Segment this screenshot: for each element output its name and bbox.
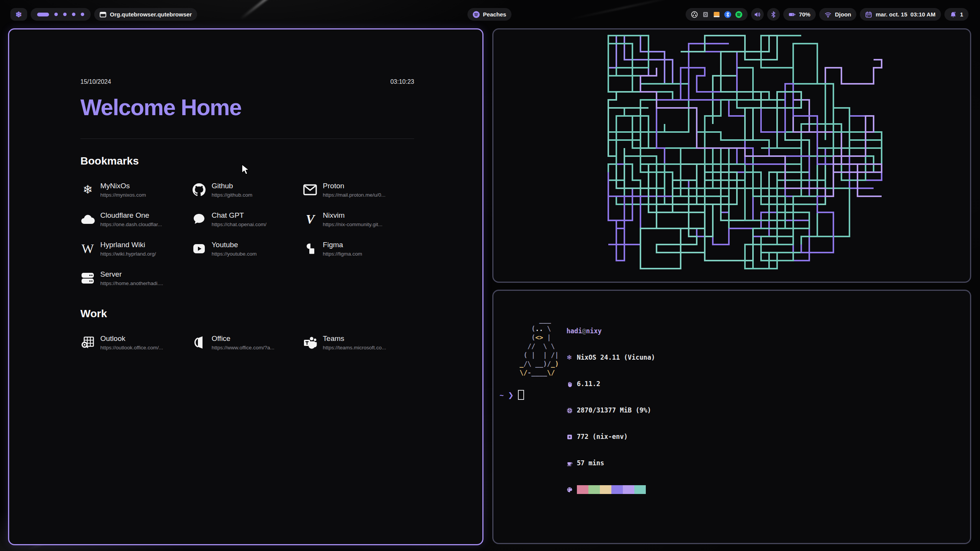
pipe-line — [745, 228, 833, 269]
cloud-icon — [80, 212, 95, 227]
bookmark-title: Cloudflare One — [100, 211, 162, 220]
fastfetch-output: ___ (.. \ (<> | // \ \ ( | | /| _/\ __)/… — [516, 309, 655, 512]
fastfetch-memory-row: 2870/31377 MiB (9%) — [567, 406, 655, 415]
bookmark-youtube[interactable]: Youtube https://youtube.com — [192, 241, 303, 257]
wifi-ssid: Djoon — [835, 11, 851, 18]
bookmark-title: Youtube — [212, 241, 257, 249]
bookmark-server[interactable]: Server https://home.anotherhadi.... — [80, 270, 192, 286]
top-bar-right: 70% Djoon mar. oct. 15 03:10 AM — [686, 8, 969, 21]
pipes-screensaver — [493, 29, 970, 282]
window-tray-icon[interactable] — [702, 11, 709, 18]
network-pill[interactable]: Djoon — [819, 8, 857, 21]
fastfetch-user-host: hadi@nixy — [567, 327, 655, 336]
notifications-pill[interactable]: 1 — [944, 8, 969, 21]
bell-icon — [950, 11, 957, 18]
clock-text: mar. oct. 15 03:10 AM — [875, 11, 935, 18]
github-icon — [192, 183, 206, 197]
system-tray — [686, 8, 748, 21]
bookmark-title: Outlook — [100, 334, 163, 343]
envelope-icon — [303, 183, 317, 197]
workspace-dot[interactable] — [63, 13, 67, 16]
pipe-line — [681, 36, 801, 140]
media-player-pill[interactable]: Peaches — [467, 8, 512, 21]
top-bar: ❄ Org.qutebrowser.qutebrowser Peaches — [10, 8, 969, 21]
palette-swatch — [623, 485, 634, 494]
bluetooth-button[interactable] — [767, 8, 780, 21]
battery-pill[interactable]: 70% — [783, 8, 816, 21]
uptime-cup-icon — [567, 460, 577, 466]
active-window-title-pill[interactable]: Org.qutebrowser.qutebrowser — [94, 8, 197, 21]
bookmark-title: Server — [100, 270, 163, 279]
palette-swatch — [588, 485, 600, 494]
workspace-active-indicator[interactable] — [37, 13, 49, 16]
divider — [80, 139, 414, 139]
terminal-pipes-window — [492, 28, 971, 283]
bookmark-url: https://youtube.com — [212, 251, 257, 257]
v-letter-icon: V — [303, 212, 317, 227]
kernel-hand-icon — [567, 381, 577, 387]
terminal-color-palette — [577, 485, 646, 494]
pipe-line — [648, 164, 737, 236]
bookmark-proton[interactable]: Proton https://mail.proton.me/u/0... — [303, 182, 414, 198]
section-heading-work: Work — [80, 308, 414, 320]
figma-icon — [303, 241, 317, 256]
page-title: Welcome Home — [80, 95, 414, 121]
spotify-tray-icon[interactable] — [735, 11, 742, 18]
teams-icon — [303, 335, 317, 350]
package-box-icon — [567, 434, 577, 440]
bookmark-url: https://teams.microsoft.co... — [323, 345, 386, 350]
notification-count: 1 — [960, 11, 963, 18]
bookmark-title: MyNixOs — [100, 182, 146, 190]
palette-swatch — [611, 485, 623, 494]
fastfetch-uptime-row: 57 mins — [567, 459, 655, 468]
prompt-chevron-icon: ❯ — [508, 391, 514, 399]
media-track-title: Peaches — [483, 11, 506, 18]
bookmark-outlook[interactable]: Outlook https://outlook.office.com/... — [80, 334, 192, 350]
bookmark-hyprland-wiki[interactable]: W Hyprland Wiki https://wiki.hyprland.or… — [80, 241, 192, 257]
palette-swatch — [634, 485, 646, 494]
bookmark-title: Teams — [323, 334, 386, 343]
bookmark-url: https://home.anotherhadi.... — [100, 280, 163, 286]
shell-prompt[interactable]: ~ ❯ — [500, 390, 524, 400]
window-icon — [100, 11, 106, 18]
office-icon — [192, 335, 206, 350]
bookmark-figma[interactable]: Figma https://figma.com — [303, 241, 414, 257]
wikipedia-w-icon: W — [80, 241, 95, 256]
fastfetch-kernel-row: 6.11.2 — [567, 380, 655, 388]
bookmark-url: https://one.dash.cloudflar... — [100, 222, 162, 227]
bookmark-mynixos[interactable]: ❄ MyNixOs https://mynixos.com — [80, 182, 192, 198]
files-icon[interactable] — [713, 11, 720, 18]
fastfetch-info: hadi@nixy ❄ NixOS 24.11 (Vicuna) 6.11.2 — [567, 309, 655, 512]
clock-pill[interactable]: mar. oct. 15 03:10 AM — [860, 8, 941, 21]
volume-button[interactable] — [751, 8, 764, 21]
palette-swatch — [600, 485, 611, 494]
workspace-dot[interactable] — [81, 13, 84, 16]
bluetooth-icon — [770, 11, 777, 18]
bookmark-teams[interactable]: Teams https://teams.microsoft.co... — [303, 334, 414, 350]
bookmark-chatgpt[interactable]: Chat GPT https://chat.openai.com/ — [192, 211, 303, 227]
bookmark-office[interactable]: Office https://www.office.com/?a... — [192, 334, 303, 350]
startpage-date: 15/10/2024 — [80, 78, 111, 85]
wifi-icon — [825, 11, 831, 18]
workspace-dot[interactable] — [72, 13, 75, 16]
bookmark-title: Office — [212, 334, 274, 343]
battery-level: 70% — [799, 11, 810, 18]
bookmark-github[interactable]: Github https://github.com — [192, 182, 303, 198]
bookmark-url: https://github.com — [212, 192, 253, 198]
bookmark-nixvim[interactable]: V Nixvim https://nix-community.git... — [303, 211, 414, 227]
bookmark-cloudflare-one[interactable]: Cloudflare One https://one.dash.cloudfla… — [80, 211, 192, 227]
workspace-dot[interactable] — [54, 13, 58, 16]
bookmark-url: https://figma.com — [323, 251, 362, 257]
bookmark-title: Proton — [323, 182, 385, 190]
chat-bubble-icon — [192, 212, 206, 227]
speaker-icon — [754, 11, 761, 18]
calendar-icon — [865, 11, 872, 18]
youtube-icon — [192, 241, 206, 256]
bookmark-url: https://chat.openai.com/ — [212, 222, 266, 227]
obs-icon[interactable] — [691, 11, 698, 18]
bluetooth-tray-icon[interactable] — [724, 11, 731, 18]
bookmark-url: https://mynixos.com — [100, 192, 146, 198]
workspaces-widget[interactable] — [31, 8, 91, 21]
nixos-launcher-button[interactable]: ❄ — [10, 8, 27, 21]
terminal-cursor — [518, 390, 524, 400]
